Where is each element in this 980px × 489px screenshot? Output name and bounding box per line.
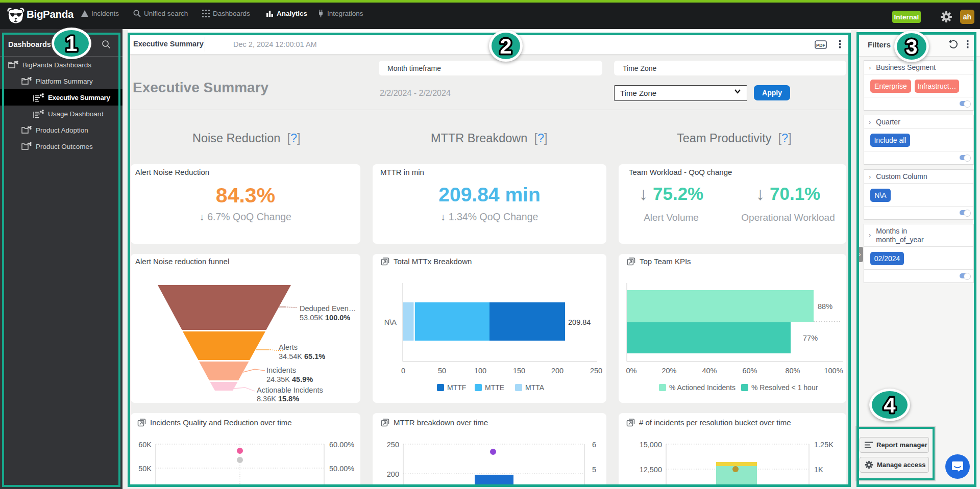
svg-text:1: 1: [65, 32, 77, 56]
svg-text:3: 3: [905, 35, 917, 59]
svg-text:4: 4: [884, 393, 896, 417]
svg-text:2: 2: [500, 34, 511, 58]
